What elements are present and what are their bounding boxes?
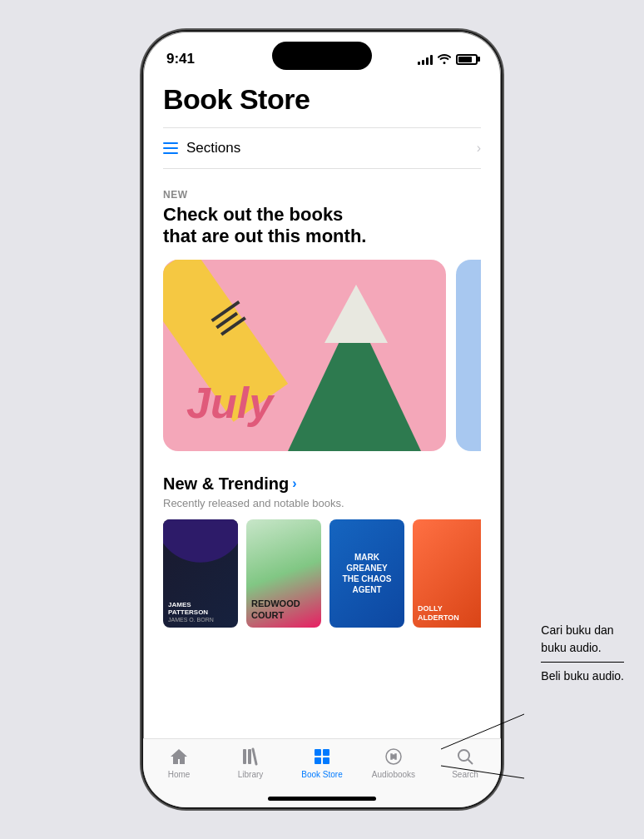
library-icon <box>240 746 261 767</box>
featured-title: Check out the booksthat are out this mon… <box>163 204 481 248</box>
book-title-3: MARKGREANEYTHE CHAOSAGENT <box>339 549 395 598</box>
annotations: Cari buku danbuku audio. Beli buku audio… <box>541 622 624 685</box>
sections-row[interactable]: Sections › <box>163 127 481 169</box>
book-cover-patterson[interactable]: JAMESPATTERSON JAMES O. BORN <box>163 519 238 628</box>
book-cover-redwood[interactable]: REDWOODCOURT <box>246 519 321 628</box>
search-icon <box>454 746 476 767</box>
sections-left: Sections <box>163 140 240 156</box>
book-title-2: REDWOODCOURT <box>251 598 300 620</box>
tab-search[interactable]: Search <box>429 746 501 779</box>
page-title: Book Store <box>163 83 481 116</box>
trending-section: New & Trending › Recently released and n… <box>163 474 481 628</box>
dynamic-island <box>272 42 372 70</box>
home-icon <box>168 746 190 767</box>
svg-rect-0 <box>243 749 246 764</box>
trending-title: New & Trending <box>163 474 289 494</box>
book-cover-alderton[interactable]: DOLLYALDERTON <box>413 519 481 628</box>
svg-line-9 <box>468 760 473 765</box>
book-cover-1-top <box>163 519 238 573</box>
tab-bookstore[interactable]: Book Store <box>286 746 358 779</box>
trending-arrow-icon: › <box>292 476 296 491</box>
tab-home[interactable]: Home <box>143 746 215 779</box>
chevron-right-icon: › <box>477 141 481 156</box>
status-time: 9:41 <box>166 51 195 67</box>
book-author-1: JAMESPATTERSON <box>168 601 233 617</box>
svg-point-8 <box>458 750 469 761</box>
trending-subtitle: Recently released and notable books. <box>163 497 481 509</box>
svg-rect-5 <box>323 757 329 764</box>
page-wrapper: 9:41 <box>0 0 644 839</box>
mountain-snow <box>324 285 388 343</box>
svg-rect-3 <box>323 749 329 756</box>
july-text: July <box>186 378 273 428</box>
book-title-4: DOLLYALDERTON <box>418 604 481 623</box>
hamburger-icon <box>163 142 178 154</box>
books-row: JAMESPATTERSON JAMES O. BORN REDWOODCOUR… <box>163 519 481 628</box>
annotation-2: Beli buku audio. <box>541 668 624 685</box>
svg-rect-2 <box>315 749 321 756</box>
annotation-1: Cari buku danbuku audio. <box>541 622 624 657</box>
battery-icon <box>456 54 478 65</box>
tab-home-label: Home <box>168 770 191 779</box>
sections-label: Sections <box>186 140 240 156</box>
annotation-separator <box>541 662 624 663</box>
book-author-sub-1: JAMES O. BORN <box>168 617 233 623</box>
audiobooks-icon <box>383 746 404 767</box>
svg-rect-1 <box>248 749 251 764</box>
bookstore-icon <box>311 746 333 767</box>
tab-library[interactable]: Library <box>215 746 286 779</box>
tab-library-label: Library <box>238 770 264 779</box>
home-indicator <box>268 797 376 801</box>
svg-rect-4 <box>315 757 321 764</box>
status-icons <box>418 52 478 67</box>
featured-section: NEW Check out the booksthat are out this… <box>163 189 481 451</box>
banner-container: July <box>163 260 481 451</box>
signal-bars-icon <box>418 53 433 65</box>
svg-point-7 <box>392 755 395 758</box>
tab-audiobooks[interactable]: Audiobooks <box>358 746 429 779</box>
featured-label: NEW <box>163 189 481 201</box>
banner-card-second[interactable] <box>456 260 481 451</box>
wifi-icon <box>438 52 451 67</box>
book-cover-greaney[interactable]: MARKGREANEYTHE CHAOSAGENT <box>329 519 404 628</box>
tab-bookstore-label: Book Store <box>301 770 342 779</box>
trending-header[interactable]: New & Trending › <box>163 474 481 494</box>
tab-search-label: Search <box>452 770 478 779</box>
main-content: Book Store Sections › NEW Check out the … <box>143 75 501 738</box>
banner-card-july[interactable]: July <box>163 260 446 451</box>
phone-frame: 9:41 <box>143 32 501 807</box>
tab-audiobooks-label: Audiobooks <box>372 770 415 779</box>
